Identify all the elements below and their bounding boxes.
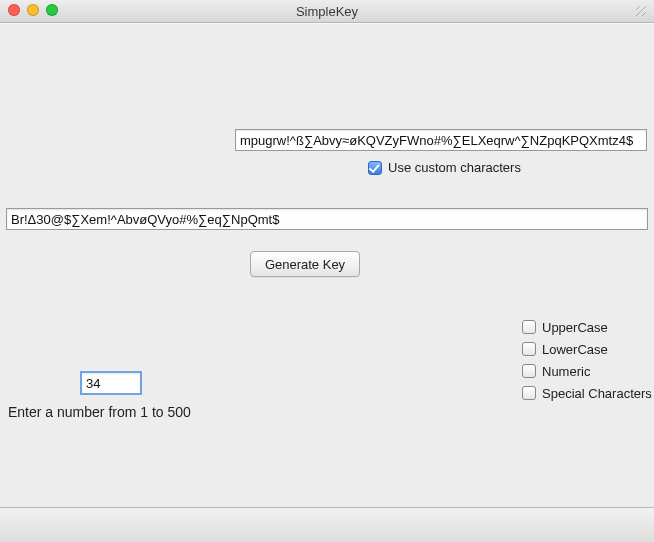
lowercase-checkbox[interactable] [522, 342, 536, 356]
close-icon[interactable] [8, 4, 20, 16]
use-custom-characters-checkbox[interactable] [368, 161, 382, 175]
special-row: Special Characters [522, 384, 652, 402]
window-controls [8, 4, 58, 16]
use-custom-characters-row: Use custom characters [368, 160, 521, 175]
generate-key-button[interactable]: Generate Key [250, 251, 360, 277]
numeric-label: Numeric [542, 364, 590, 379]
content-area: Use custom characters Generate Key Upper… [0, 23, 654, 506]
special-characters-label: Special Characters [542, 386, 652, 401]
lowercase-row: LowerCase [522, 340, 652, 358]
numeric-checkbox[interactable] [522, 364, 536, 378]
special-characters-checkbox[interactable] [522, 386, 536, 400]
lowercase-label: LowerCase [542, 342, 608, 357]
titlebar: SimpleKey [0, 0, 654, 23]
resize-icon [634, 4, 648, 18]
generated-key-output[interactable] [6, 208, 648, 230]
uppercase-label: UpperCase [542, 320, 608, 335]
minimize-icon[interactable] [27, 4, 39, 16]
uppercase-row: UpperCase [522, 318, 652, 336]
app-window: SimpleKey Use custom characters Generate… [0, 0, 654, 542]
footer-bar [0, 507, 654, 542]
character-options-group: UpperCase LowerCase Numeric Special Char… [522, 318, 652, 402]
uppercase-checkbox[interactable] [522, 320, 536, 334]
numeric-row: Numeric [522, 362, 652, 380]
custom-characters-input[interactable] [235, 129, 647, 151]
length-hint-label: Enter a number from 1 to 500 [8, 404, 191, 420]
zoom-icon[interactable] [46, 4, 58, 16]
window-title: SimpleKey [296, 4, 358, 19]
length-input[interactable] [80, 371, 142, 395]
use-custom-characters-label: Use custom characters [388, 160, 521, 175]
